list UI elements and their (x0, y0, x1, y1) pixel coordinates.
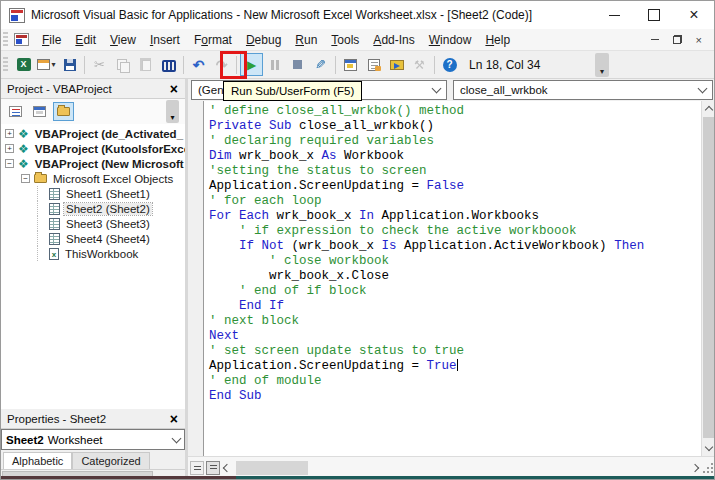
resize-grip-icon[interactable] (702, 462, 714, 474)
copy-button[interactable] (111, 53, 134, 76)
horizontal-scrollbar[interactable] (188, 456, 715, 478)
code-line[interactable]: Next (209, 329, 714, 344)
paste-button[interactable] (134, 53, 157, 76)
code-line[interactable]: ' end of if block (209, 284, 714, 299)
menu-debug[interactable]: Debug (239, 31, 288, 49)
toolbar-grip[interactable] (3, 57, 8, 73)
expand-icon[interactable]: + (5, 129, 14, 138)
code-line[interactable]: Application.ScreenUpdating = True (209, 359, 714, 374)
menu-edit[interactable]: Edit (68, 31, 103, 49)
tree-item-vbaproject-new-microsoft[interactable]: −❖VBAProject (New Microsoft (1, 156, 185, 171)
collapse-icon[interactable]: − (5, 159, 14, 168)
code-line[interactable]: For Each wrk_book_x In Application.Workb… (209, 209, 714, 224)
code-line[interactable]: ' if expression to check the active work… (209, 224, 714, 239)
code-text[interactable]: ' define close_all_wrkbok() methodPrivat… (204, 101, 715, 456)
full-module-view-button[interactable] (206, 461, 220, 475)
close-icon[interactable]: × (674, 1, 714, 29)
toggle-folders-button[interactable] (53, 102, 74, 121)
undo-icon: ↶ (193, 57, 205, 73)
toolbar-overflow-button[interactable]: ▾ (595, 53, 609, 77)
mdi-restore-icon[interactable] (673, 35, 682, 44)
reset-button[interactable] (286, 53, 309, 76)
project-explorer-button[interactable] (339, 53, 362, 76)
menu-help[interactable]: Help (478, 31, 517, 49)
run-sub-userform-button[interactable]: ▶ (240, 53, 263, 76)
procedure-view-button[interactable] (190, 461, 204, 475)
code-editor[interactable]: ' define close_all_wrkbok() methodPrivat… (188, 101, 715, 456)
project-panel-header: Project - VBAProject × (1, 79, 185, 99)
view-code-button[interactable] (5, 102, 26, 121)
code-line[interactable]: End If (209, 299, 714, 314)
properties-window-button[interactable] (362, 53, 385, 76)
code-line[interactable]: 'setting the status to screen (209, 164, 714, 179)
scroll-up-icon[interactable] (702, 101, 715, 116)
expand-icon[interactable]: + (5, 144, 14, 153)
object-browser-button[interactable] (385, 53, 408, 76)
margin-indicator-bar[interactable] (188, 101, 204, 456)
tree-item-vbaproject-de-activated[interactable]: +❖VBAProject (de_Activated_ (1, 126, 185, 141)
code-line[interactable]: wrk_book_x.Close (209, 269, 714, 284)
menubar-grip[interactable] (3, 32, 8, 48)
menu-file[interactable]: File (35, 31, 68, 49)
horizontal-scroll-thumb[interactable] (236, 461, 308, 475)
vertical-scroll-thumb[interactable] (703, 117, 715, 438)
scroll-right-icon[interactable] (688, 461, 702, 475)
code-line[interactable]: ' next block (209, 314, 714, 329)
menu-tools[interactable]: Tools (324, 31, 366, 49)
save-button[interactable] (58, 53, 81, 76)
help-button[interactable]: ? (438, 53, 461, 76)
tree-item-thisworkbook[interactable]: xThisWorkbook (1, 246, 185, 261)
tree-item-sheet1-sheet1[interactable]: Sheet1 (Sheet1) (1, 186, 185, 201)
project-scroll-button[interactable]: ▾ (166, 100, 179, 123)
code-line[interactable]: Application.ScreenUpdating = False (209, 179, 714, 194)
code-line[interactable]: Dim wrk_book_x As Workbook (209, 149, 714, 164)
vertical-scrollbar[interactable] (701, 101, 715, 456)
menu-view[interactable]: View (103, 31, 143, 49)
tree-item-microsoft-excel-objects[interactable]: −Microsoft Excel Objects (1, 171, 185, 186)
view-object-button[interactable] (29, 102, 50, 121)
code-line[interactable]: If Not (wrk_book_x Is Application.Active… (209, 239, 714, 254)
tree-item-sheet4-sheet4[interactable]: Sheet4 (Sheet4) (1, 231, 185, 246)
properties-close-icon[interactable]: × (167, 411, 181, 427)
break-button[interactable] (263, 53, 286, 76)
insert-userform-button[interactable]: ▾ (35, 53, 58, 76)
menu-format[interactable]: Format (187, 31, 239, 49)
view-code-icon (9, 106, 22, 117)
tab-categorized[interactable]: Categorized (72, 452, 149, 469)
vbaproj-icon: ❖ (18, 158, 29, 170)
scroll-down-icon[interactable] (702, 441, 715, 456)
collapse-icon[interactable]: − (21, 174, 30, 183)
code-line[interactable]: ' set screen update status to true (209, 344, 714, 359)
procedure-dropdown[interactable]: close_all_wrkbok (453, 80, 713, 100)
undo-button[interactable]: ↶ (187, 53, 210, 76)
design-mode-button[interactable]: ✎ (309, 53, 332, 76)
tree-item-sheet2-sheet2[interactable]: Sheet2 (Sheet2) (1, 201, 185, 216)
tree-item-vbaproject-kutoolsforexce[interactable]: +❖VBAProject (KutoolsforExce (1, 141, 185, 156)
cut-button[interactable]: ✂ (88, 53, 111, 76)
code-line[interactable]: ' end of module (209, 374, 714, 389)
tab-alphabetic[interactable]: Alphabetic (3, 452, 72, 469)
code-line[interactable]: End Sub (209, 389, 714, 404)
properties-object-name: Sheet2 (6, 434, 44, 446)
find-button[interactable] (157, 53, 180, 76)
menu-window[interactable]: Window (422, 31, 479, 49)
minimize-icon[interactable] (594, 1, 634, 29)
code-line[interactable]: ' define close_all_wrkbok() method (209, 104, 714, 119)
scroll-left-icon[interactable] (220, 461, 234, 475)
menu-run[interactable]: Run (288, 31, 324, 49)
code-line[interactable]: ' for each loop (209, 194, 714, 209)
tree-item-sheet3-sheet3[interactable]: Sheet3 (Sheet3) (1, 216, 185, 231)
code-line[interactable]: ' declaring required variables (209, 134, 714, 149)
maximize-icon[interactable] (634, 1, 674, 29)
mdi-minimize-icon[interactable] (651, 39, 659, 40)
menu-addins[interactable]: Add-Ins (366, 31, 421, 49)
code-line[interactable]: Private Sub close_all_wrkbok() (209, 119, 714, 134)
menu-insert[interactable]: Insert (143, 31, 187, 49)
code-line[interactable]: ' close workbook (209, 254, 714, 269)
redo-button[interactable]: ↷ (210, 53, 233, 76)
project-close-icon[interactable]: × (167, 81, 181, 97)
view-microsoft-excel-button[interactable]: X (12, 53, 35, 76)
mdi-close-icon[interactable]: × (696, 34, 702, 46)
properties-object-dropdown[interactable]: Sheet2 Worksheet (1, 429, 185, 450)
toolbox-button[interactable]: ⚒ (408, 53, 431, 76)
